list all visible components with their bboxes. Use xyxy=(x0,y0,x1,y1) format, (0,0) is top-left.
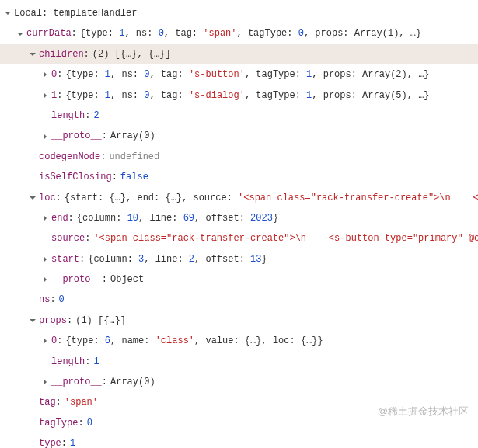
tree-row[interactable]: codegenNode: undefined xyxy=(0,147,478,167)
tree-row[interactable]: 1: {type: 1, ns: 0, tag: 's-dialog', tag… xyxy=(0,85,478,106)
property-key: source xyxy=(51,231,85,246)
tree-row[interactable]: props: (1) [{…}] xyxy=(0,311,478,331)
chevron-down-icon[interactable] xyxy=(28,193,37,203)
chevron-right-icon[interactable] xyxy=(40,132,50,141)
tree-row[interactable]: children: (2) [{…}, {…}] xyxy=(0,44,478,64)
scope-label-name: templateHandler xyxy=(53,8,137,19)
property-value: '<span class="rack-transfer-create">\n <… xyxy=(93,231,478,246)
property-value: 'span' xyxy=(65,394,98,410)
property-value: {type: 1, ns: 0, tag: 'span', tagType: 0… xyxy=(80,26,421,41)
colon: : xyxy=(85,108,90,123)
colon: : xyxy=(112,169,117,185)
colon: : xyxy=(102,272,107,287)
tree-row[interactable]: __proto__: Array(0) xyxy=(0,126,478,146)
colon: : xyxy=(85,354,90,370)
scope-header[interactable]: Local: templateHandler xyxy=(0,3,478,23)
tree-row[interactable]: start: {column: 3, line: 2, offset: 13} xyxy=(0,249,478,269)
property-key: length xyxy=(51,354,85,370)
property-key: loc xyxy=(39,190,56,206)
property-value: 1 xyxy=(93,354,99,370)
property-value: (1) [{…}] xyxy=(75,313,126,328)
colon: : xyxy=(57,333,62,349)
property-value: {start: {…}, end: {…}, source: '<span cl… xyxy=(65,190,478,206)
chevron-down-icon[interactable] xyxy=(28,50,37,59)
tree-row[interactable]: tag: 'span' xyxy=(0,392,478,412)
chevron-right-icon[interactable] xyxy=(40,214,50,223)
colon: : xyxy=(57,88,62,103)
tree-row[interactable]: __proto__: Array(0) xyxy=(0,372,478,392)
colon: : xyxy=(57,67,62,82)
colon: : xyxy=(68,210,74,226)
colon: : xyxy=(78,415,83,431)
property-key: 0 xyxy=(51,333,57,349)
chevron-right-icon[interactable] xyxy=(40,91,50,100)
property-key: 1 xyxy=(51,88,57,103)
property-value: false xyxy=(120,169,148,185)
tree-row[interactable]: loc: {start: {…}, end: {…}, source: '<sp… xyxy=(0,188,478,208)
property-key: isSelfClosing xyxy=(39,169,112,185)
property-value: {column: 10, line: 69, offset: 2023} xyxy=(77,210,278,226)
scope-panel: Local: templateHandler currData: {type: … xyxy=(0,0,478,448)
colon: : xyxy=(56,394,61,410)
colon: : xyxy=(67,313,72,328)
chevron-right-icon[interactable] xyxy=(40,70,50,79)
scope-label-prefix: Local: xyxy=(14,8,47,19)
chevron-down-icon[interactable] xyxy=(3,9,12,18)
property-key: children xyxy=(39,47,84,62)
colon: : xyxy=(61,436,67,448)
colon: : xyxy=(72,26,77,41)
tree-row[interactable]: 0: {type: 1, ns: 0, tag: 's-button', tag… xyxy=(0,64,478,85)
tree-row[interactable]: end: {column: 10, line: 69, offset: 2023… xyxy=(0,208,478,228)
colon: : xyxy=(100,149,106,165)
colon: : xyxy=(102,374,107,390)
property-value: {type: 1, ns: 0, tag: 's-dialog', tagTyp… xyxy=(65,88,429,103)
property-key: ns xyxy=(39,292,50,307)
tree-row[interactable]: length: 1 xyxy=(0,352,478,372)
property-value: {type: 6, name: 'class', value: {…}, loc… xyxy=(65,333,323,349)
tree-row[interactable]: length: 2 xyxy=(0,106,478,126)
tree-row[interactable]: 0: {type: 6, name: 'class', value: {…}, … xyxy=(0,331,478,351)
tree-row[interactable]: __proto__: Object xyxy=(0,269,478,290)
tree-row[interactable]: tagType: 0 xyxy=(0,413,478,433)
tree-row[interactable]: source: '<span class="rack-transfer-crea… xyxy=(0,228,478,248)
property-value: undefined xyxy=(109,149,159,165)
chevron-right-icon[interactable] xyxy=(40,255,50,264)
tree-row[interactable]: type: 1 xyxy=(0,433,478,448)
property-key: props xyxy=(39,313,67,328)
property-value: Object xyxy=(110,272,144,287)
property-key: __proto__ xyxy=(51,128,102,144)
property-value: 2 xyxy=(93,108,99,123)
property-value: 0 xyxy=(87,415,92,431)
chevron-down-icon[interactable] xyxy=(28,316,37,325)
tree-row[interactable]: isSelfClosing: false xyxy=(0,167,478,187)
property-key: tag xyxy=(39,394,56,410)
property-key: currData xyxy=(26,26,72,41)
colon: : xyxy=(84,47,89,62)
property-value: (2) [{…}, {…}] xyxy=(92,47,171,62)
colon: : xyxy=(79,252,85,267)
chevron-right-icon[interactable] xyxy=(40,377,50,387)
tree-row[interactable]: currData: {type: 1, ns: 0, tag: 'span', … xyxy=(0,23,478,43)
property-key: start xyxy=(51,252,79,267)
colon: : xyxy=(50,292,55,307)
property-key: length xyxy=(51,108,85,123)
chevron-down-icon[interactable] xyxy=(16,30,25,39)
property-value: 1 xyxy=(70,436,75,448)
property-value: {column: 3, line: 2, offset: 13} xyxy=(88,252,267,267)
property-key: __proto__ xyxy=(51,374,102,390)
property-key: 0 xyxy=(51,67,57,82)
object-tree: currData: {type: 1, ns: 0, tag: 'span', … xyxy=(0,23,478,448)
property-value: 0 xyxy=(59,292,65,307)
property-key: tagType xyxy=(39,415,78,431)
chevron-right-icon[interactable] xyxy=(40,336,50,346)
colon: : xyxy=(102,128,107,144)
tree-row[interactable]: ns: 0 xyxy=(0,290,478,310)
colon: : xyxy=(56,190,61,206)
colon: : xyxy=(85,231,90,246)
property-value: {type: 1, ns: 0, tag: 's-button', tagTyp… xyxy=(65,67,429,82)
property-key: __proto__ xyxy=(51,272,102,287)
chevron-right-icon[interactable] xyxy=(40,275,50,284)
property-key: codegenNode xyxy=(39,149,100,165)
property-value: Array(0) xyxy=(110,374,155,390)
property-value: Array(0) xyxy=(110,128,155,144)
